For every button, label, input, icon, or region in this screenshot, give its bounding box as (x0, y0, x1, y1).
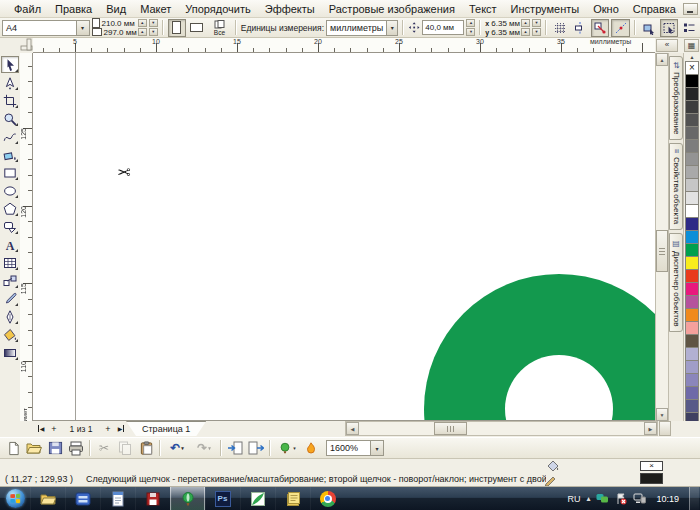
language-indicator[interactable]: RU (567, 494, 580, 504)
crop-tool[interactable] (1, 92, 19, 109)
dup-y-down-spinner[interactable]: ▼ (532, 28, 541, 36)
color-swatch-7d7d7d[interactable] (685, 139, 699, 153)
menu-item-9[interactable]: Инструменты (504, 1, 587, 17)
color-swatch-3d3d3d[interactable] (685, 100, 699, 114)
undo-button[interactable]: ↶▾ (164, 439, 190, 457)
palette-menu-button[interactable]: ▦ (684, 39, 699, 52)
snap-to-grid-button[interactable] (551, 19, 569, 37)
add-page-before-button[interactable]: + (48, 424, 60, 434)
duplicate-y-field[interactable]: 6.35 мм (491, 28, 520, 37)
save-button[interactable] (45, 439, 65, 457)
freehand-tool[interactable] (1, 128, 19, 145)
fill-tool[interactable] (1, 326, 19, 343)
print-button[interactable] (66, 439, 86, 457)
paper-width-field[interactable]: 210.0 мм (102, 19, 135, 28)
height-up-spinner[interactable]: ▲ (138, 28, 147, 36)
tray-network-icon[interactable] (633, 493, 646, 504)
docker-tab-object-properties[interactable]: ≡Свойства объекта (669, 143, 683, 230)
horizontal-scrollbar[interactable]: ◀ ▶ (345, 421, 658, 436)
paste-button[interactable] (136, 439, 156, 457)
vertical-scrollbar[interactable]: ▲ ▼ (655, 53, 668, 421)
color-swatch-a09dc8[interactable] (685, 360, 699, 374)
width-down-spinner[interactable]: ▼ (149, 19, 158, 27)
landscape-button[interactable] (188, 19, 206, 37)
corel-online-button[interactable] (301, 439, 321, 457)
marquee-select-button[interactable] (660, 19, 678, 37)
no-color-swatch[interactable]: × (685, 61, 699, 75)
color-swatch-585a88[interactable] (685, 399, 699, 413)
interactive-blend-tool[interactable] (1, 272, 19, 289)
interactive-fill-tool[interactable] (1, 344, 19, 361)
color-swatch-f4a09c[interactable] (685, 321, 699, 335)
taskbar-photoshop[interactable]: Ps (205, 487, 240, 510)
color-swatch-262626[interactable] (685, 87, 699, 101)
menu-item-4[interactable]: Макет (133, 1, 178, 17)
snap-to-objects-button[interactable] (591, 19, 609, 37)
color-swatch-5f5444[interactable] (685, 334, 699, 348)
horizontal-ruler[interactable]: миллиметры 5101520253035 (33, 38, 655, 53)
width-up-spinner[interactable]: ▲ (138, 19, 147, 27)
portrait-button[interactable] (168, 19, 186, 37)
color-swatch-6f6aa8[interactable] (685, 386, 699, 400)
color-swatch-8b86bb[interactable] (685, 373, 699, 387)
menu-item-11[interactable]: Справка (626, 1, 683, 17)
horizontal-scroll-thumb[interactable] (434, 422, 467, 435)
export-button[interactable] (246, 439, 266, 457)
color-swatch-0b8fd8[interactable] (685, 230, 699, 244)
ellipse-tool[interactable] (1, 182, 19, 199)
smart-fill-tool[interactable] (1, 146, 19, 163)
nudge-up-spinner[interactable]: ▲ (466, 19, 475, 27)
color-swatch-939393[interactable] (685, 152, 699, 166)
menu-item-7[interactable]: Растровые изображения (322, 1, 462, 17)
taskbar-text-editor[interactable] (100, 487, 135, 510)
first-page-button[interactable]: ◀ (35, 422, 47, 435)
paper-height-field[interactable]: 297.0 мм (104, 28, 137, 37)
ruler-origin-button[interactable] (20, 38, 33, 53)
color-swatch-ffffff[interactable] (685, 204, 699, 218)
add-page-after-button[interactable]: + (102, 424, 114, 434)
color-swatch-f08a1d[interactable] (685, 308, 699, 322)
show-desktop-button[interactable] (689, 487, 699, 510)
units-select[interactable]: миллиметры ▾ (326, 20, 398, 36)
menu-item-2[interactable]: Правка (48, 1, 99, 17)
color-swatch-686868[interactable] (685, 126, 699, 140)
zoom-tool[interactable] (1, 110, 19, 127)
dup-x-up-spinner[interactable]: ▲ (521, 19, 530, 27)
taskbar-graphics-app[interactable] (240, 487, 275, 510)
outline-pen-tool[interactable] (1, 308, 19, 325)
taskbar-chrome[interactable] (310, 487, 345, 510)
table-tool[interactable] (1, 254, 19, 271)
color-swatch-f8ed1c[interactable] (685, 256, 699, 270)
taskbar-explorer[interactable] (30, 487, 65, 510)
color-swatch-00a04e[interactable] (685, 243, 699, 257)
apply-all-pages-button[interactable]: Все (208, 19, 231, 37)
eyedropper-tool[interactable] (1, 290, 19, 307)
scroll-right-button[interactable]: ▶ (644, 422, 657, 435)
pick-tool[interactable] (1, 56, 19, 73)
application-launcher-button[interactable]: ▾ (274, 439, 300, 457)
options-button[interactable] (680, 19, 698, 37)
scroll-left-button[interactable]: ◀ (346, 422, 359, 435)
color-swatch-e2e2e2[interactable] (685, 191, 699, 205)
duplicate-x-field[interactable]: 6.35 мм (491, 19, 520, 28)
menu-item-1[interactable]: Файл (7, 1, 48, 17)
menu-item-6[interactable]: Эффекты (258, 1, 322, 17)
menu-item-5[interactable]: Упорядочить (178, 1, 257, 17)
rectangle-tool[interactable] (1, 164, 19, 181)
docker-tab-object-manager[interactable]: ▤Диспетчер объектов (669, 233, 683, 332)
polygon-tool[interactable] (1, 200, 19, 217)
color-swatch-000000[interactable] (685, 74, 699, 88)
tray-expand-icon[interactable]: ▴ (586, 494, 590, 503)
taskbar-floppy-tool[interactable] (135, 487, 170, 510)
color-swatch-c6c6c6[interactable] (685, 178, 699, 192)
color-swatch-b5539c[interactable] (685, 295, 699, 309)
chevron-down-icon[interactable]: ▾ (386, 21, 397, 35)
color-swatch-2d2a86[interactable] (685, 217, 699, 231)
zoom-level-select[interactable]: 1600% ▾ (326, 440, 384, 456)
start-button[interactable] (0, 487, 30, 510)
snap-to-guidelines-button[interactable] (571, 19, 589, 37)
color-swatch-b2b0d2[interactable] (685, 347, 699, 361)
taskbar-coreldraw[interactable] (170, 487, 205, 510)
taskbar-file-manager[interactable] (65, 487, 100, 510)
color-swatch-a9a9a9[interactable] (685, 165, 699, 179)
